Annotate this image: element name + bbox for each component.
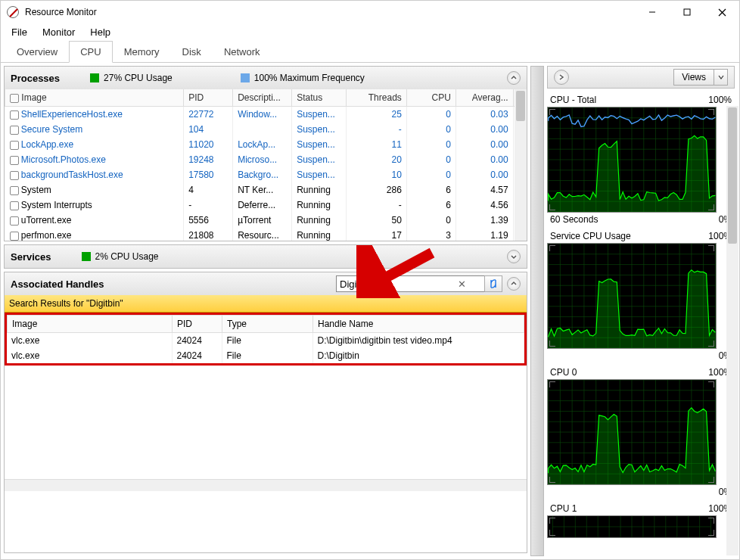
h-col-type[interactable]: Type <box>222 316 313 333</box>
left-pane: Processes 27% CPU Usage 100% Maximum Fre… <box>1 63 530 559</box>
handle-row[interactable]: vlc.exe24024FileD:\Digitbin\digitbin tes… <box>7 333 524 348</box>
select-all-checkbox[interactable] <box>10 94 19 103</box>
row-checkbox[interactable] <box>10 171 19 180</box>
services-cpu-icon <box>82 252 91 261</box>
handles-search-input[interactable] <box>336 275 495 292</box>
process-row[interactable]: LockApp.exe11020LockAp...Suspen...1100.0… <box>5 137 527 152</box>
processes-collapse-button[interactable] <box>507 71 521 85</box>
cpu-usage-icon <box>90 73 99 82</box>
maximize-button[interactable] <box>670 1 704 23</box>
handles-header-row[interactable]: Image PID Type Handle Name <box>8 316 524 333</box>
graph-canvas <box>547 243 717 349</box>
menu-file[interactable]: File <box>4 25 35 39</box>
menu-monitor[interactable]: Monitor <box>35 25 82 39</box>
col-threads[interactable]: Threads <box>346 89 406 107</box>
process-row[interactable]: ShellExperienceHost.exe22772Window...Sus… <box>5 107 527 123</box>
graph-canvas <box>547 107 717 213</box>
row-checkbox[interactable] <box>10 186 19 195</box>
handles-table-head: Image PID Type Handle Name <box>7 315 524 333</box>
process-row[interactable]: System Interrupts-Deferre...Running-64.5… <box>5 198 527 213</box>
views-dropdown-button[interactable] <box>714 69 728 86</box>
tab-disk[interactable]: Disk <box>171 41 213 63</box>
pane-splitter[interactable] <box>530 66 544 556</box>
row-checkbox[interactable] <box>10 216 19 226</box>
minimize-button[interactable] <box>635 1 670 23</box>
handle-row[interactable]: vlc.exe24024FileD:\Digitbin <box>7 348 524 363</box>
cpu-usage-stat: 27% CPU Usage <box>90 73 173 83</box>
services-header[interactable]: Services 2% CPU Usage <box>5 245 527 268</box>
services-expand-button[interactable] <box>507 250 521 263</box>
tab-network[interactable]: Network <box>213 41 272 63</box>
views-button[interactable]: Views <box>673 69 714 86</box>
window-title: Resource Monitor <box>25 7 635 17</box>
process-row[interactable]: Microsoft.Photos.exe19248Microso...Suspe… <box>5 152 527 167</box>
tab-memory[interactable]: Memory <box>113 41 171 63</box>
handles-table-head-wrap: Image PID Type Handle Name <box>5 313 527 333</box>
col-cpu[interactable]: CPU <box>406 89 456 107</box>
h-col-image[interactable]: Image <box>8 316 173 333</box>
search-clear-button[interactable]: ✕ <box>456 278 468 290</box>
processes-header-row[interactable]: Image PID Descripti... Status Threads CP… <box>5 89 527 107</box>
max-freq-text: 100% Maximum Frequency <box>254 73 365 83</box>
titlebar: Resource Monitor <box>1 1 739 23</box>
row-checkbox[interactable] <box>10 156 19 165</box>
h-col-pid[interactable]: PID <box>173 316 222 333</box>
row-checkbox[interactable] <box>10 126 19 135</box>
h-col-handle[interactable]: Handle Name <box>313 316 524 333</box>
content-area: Processes 27% CPU Usage 100% Maximum Fre… <box>1 63 739 559</box>
handles-table-body: vlc.exe24024FileD:\Digitbin\digitbin tes… <box>7 333 524 363</box>
tab-cpu[interactable]: CPU <box>69 41 112 63</box>
process-row[interactable]: backgroundTaskHost.exe17580Backgro...Sus… <box>5 167 527 182</box>
handles-header[interactable]: Associated Handles ✕ <box>5 272 527 295</box>
row-checkbox[interactable] <box>10 201 19 210</box>
app-icon <box>7 6 19 18</box>
col-avg[interactable]: Averag... <box>456 89 513 107</box>
right-pane: Views CPU - Total100%60 Seconds0%Service… <box>544 63 739 559</box>
process-row[interactable]: System4NT Ker...Running28664.57 <box>5 182 527 198</box>
close-button[interactable] <box>704 1 739 23</box>
cpu-usage-text: 27% CPU Usage <box>104 73 173 83</box>
services-panel: Services 2% CPU Usage <box>4 244 527 269</box>
graph-canvas <box>547 379 717 485</box>
processes-table-wrap: Image PID Descripti... Status Threads CP… <box>5 89 527 241</box>
processes-scrollbar-thumb[interactable] <box>516 91 525 121</box>
search-results-banner: Search Results for "Digitbin" <box>5 295 527 313</box>
search-go-button[interactable] <box>484 275 502 292</box>
graph-block: Service CPU Usage100%0% <box>547 231 735 361</box>
col-image[interactable]: Image <box>5 89 184 107</box>
processes-scrollbar[interactable] <box>515 89 527 241</box>
right-pane-header: Views <box>547 66 735 89</box>
processes-panel: Processes 27% CPU Usage 100% Maximum Fre… <box>4 66 527 241</box>
row-checkbox[interactable] <box>10 110 19 120</box>
process-row[interactable]: Secure System104Suspen...-00.00 <box>5 122 527 137</box>
row-checkbox[interactable] <box>10 141 19 150</box>
row-checkbox[interactable] <box>10 232 19 241</box>
process-row[interactable]: uTorrent.exe5556µTorrentRunning5001.39 <box>5 213 527 228</box>
handles-h-scrollbar[interactable] <box>5 479 527 491</box>
max-freq-stat: 100% Maximum Frequency <box>241 73 365 83</box>
col-pid[interactable]: PID <box>184 89 233 107</box>
graph-block: CPU 1100% <box>547 503 735 538</box>
graph-block: CPU - Total100%60 Seconds0% <box>547 95 735 225</box>
handles-panel: Associated Handles ✕ Search Results for … <box>4 272 527 553</box>
handles-collapse-button[interactable] <box>507 277 521 291</box>
handles-title: Associated Handles <box>11 278 104 290</box>
handles-table-body-wrap: vlc.exe24024FileD:\Digitbin\digitbin tes… <box>5 333 527 366</box>
services-cpu-text: 2% CPU Usage <box>95 251 159 262</box>
col-status[interactable]: Status <box>292 89 347 107</box>
graph-block: CPU 0100%0% <box>547 367 735 497</box>
col-desc[interactable]: Descripti... <box>233 89 292 107</box>
tab-overview[interactable]: Overview <box>5 41 69 63</box>
process-row[interactable]: perfmon.exe21808Resourc...Running1731.19 <box>5 228 527 241</box>
handles-empty-space <box>5 366 527 479</box>
graph-title: CPU 1 <box>550 503 577 514</box>
right-collapse-button[interactable] <box>554 70 569 85</box>
processes-title: Processes <box>11 73 60 84</box>
menu-help[interactable]: Help <box>82 25 118 39</box>
services-title: Services <box>11 251 51 263</box>
graph-title: CPU - Total <box>550 95 596 105</box>
graph-footer-left: 60 Seconds <box>550 214 598 225</box>
right-scrollbar-thumb[interactable] <box>728 107 737 244</box>
processes-header[interactable]: Processes 27% CPU Usage 100% Maximum Fre… <box>5 67 527 89</box>
right-scrollbar[interactable] <box>726 106 738 555</box>
